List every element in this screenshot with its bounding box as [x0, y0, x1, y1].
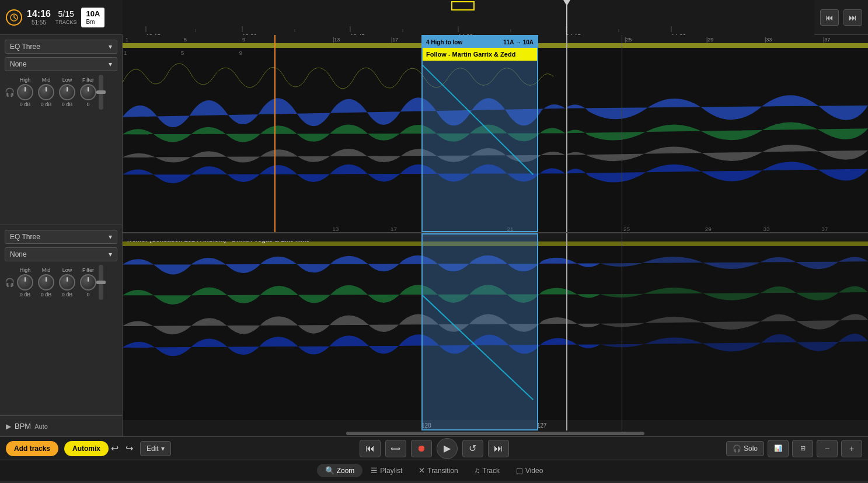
- mode-track[interactable]: ♫ Track: [466, 464, 508, 477]
- track1-filter-label: None: [10, 60, 27, 68]
- redo-button[interactable]: ↪: [126, 443, 133, 454]
- track1-low-value: 0 dB: [62, 102, 73, 107]
- track1-transition-title: Follow - Martin Garrix & Zedd: [423, 48, 537, 61]
- svg-text:13: 13: [332, 226, 339, 232]
- grid-btn[interactable]: ⊞: [792, 440, 813, 457]
- undo-button[interactable]: ↩: [111, 443, 118, 454]
- crossfader-btn[interactable]: ⟺: [385, 440, 406, 457]
- track2-filter-select[interactable]: None ▾: [5, 247, 117, 261]
- svg-text:|29: |29: [706, 37, 713, 43]
- track2-mid-knob[interactable]: [38, 274, 54, 290]
- track2-filter-chevron: ▾: [109, 250, 112, 258]
- bpm-icon: [6, 9, 22, 26]
- track2-beat-end: 127: [537, 422, 547, 429]
- track1-track-title: Follow - Martin Garrix & Zedd: [426, 51, 515, 58]
- record-btn[interactable]: ⏺: [411, 440, 432, 457]
- track1-filter-knob-group: Filter 0: [80, 77, 96, 107]
- bpm-label: BPM: [15, 422, 31, 430]
- track2-controls: EQ Three ▾ None ▾ 🎧 High 0 dB Mid: [0, 225, 122, 415]
- skip-fwd-btn[interactable]: ⏭: [843, 9, 862, 26]
- track2-transition-overlay[interactable]: [421, 233, 538, 430]
- playhead-tip: [563, 0, 570, 6]
- track2-low-value: 0 dB: [62, 292, 73, 298]
- track2-headphone-icon[interactable]: 🎧: [5, 278, 15, 287]
- svg-text:29: 29: [705, 226, 712, 232]
- track1-filter-select[interactable]: None ▾: [5, 57, 117, 71]
- skip-to-start-btn[interactable]: ⏮: [360, 440, 381, 457]
- elapsed-time: 51:55: [27, 19, 51, 26]
- current-time: 14:16: [27, 8, 51, 19]
- play-btn[interactable]: ▶: [437, 438, 458, 459]
- track1-transition-overlay[interactable]: 4 High to low 11A → 10A Follow - Martin …: [421, 35, 538, 232]
- track1-row: 1 5 9: [123, 35, 868, 232]
- waveform-btn[interactable]: 📊: [768, 440, 789, 457]
- track1-eq-chevron: ▾: [109, 43, 112, 51]
- tracks-scrollbar[interactable]: [123, 430, 868, 436]
- tracks-badge: 5/15 TRACKS: [55, 9, 77, 26]
- zoom-in-btn[interactable]: +: [841, 440, 862, 457]
- track1-fader[interactable]: [99, 75, 103, 110]
- track1-eq-select[interactable]: EQ Three ▾: [5, 40, 117, 54]
- skip-back-btn[interactable]: ⏮: [820, 9, 839, 26]
- track1-high-knob[interactable]: [17, 84, 33, 100]
- svg-text:5: 5: [181, 50, 184, 56]
- video-icon: ▢: [516, 466, 523, 475]
- bpm-expand-arrow[interactable]: ▶: [6, 422, 11, 430]
- skip-to-end-btn[interactable]: ⏭: [488, 440, 509, 457]
- transition-label: Transition: [427, 467, 458, 475]
- edit-button[interactable]: Edit ▾: [140, 441, 171, 456]
- track1-start-marker: [274, 35, 276, 232]
- track1-headphone-icon[interactable]: 🎧: [5, 88, 15, 97]
- transport-controls: ⏮ ⟺ ⏺ ▶ ↺ ⏭: [360, 438, 509, 459]
- track1-transition-label: 4 High to low: [426, 39, 462, 46]
- track2-high-knob-group: High 0 dB: [17, 267, 33, 298]
- svg-line-2: [14, 18, 16, 19]
- mode-playlist[interactable]: ☰ Playlist: [362, 464, 410, 477]
- top-bar: 14:16 51:55 5/15 TRACKS 10A Bm 13:15 13:…: [0, 0, 868, 35]
- zoom-icon: 🔍: [325, 466, 334, 475]
- track2-mid-value: 0 dB: [41, 292, 52, 298]
- track1-filter-knob[interactable]: [80, 84, 96, 100]
- edit-label: Edit: [147, 444, 159, 453]
- svg-text:5: 5: [184, 37, 187, 43]
- main-area: EQ Three ▾ None ▾ 🎧 High 0 dB Mid: [0, 35, 868, 436]
- key-badge: 10A Bm: [81, 8, 104, 27]
- mode-video[interactable]: ▢ Video: [508, 464, 551, 477]
- track1-mid-knob[interactable]: [38, 84, 54, 100]
- svg-text:|17: |17: [391, 37, 398, 43]
- track2-low-label: Low: [62, 267, 72, 273]
- solo-button[interactable]: 🎧 Solo: [726, 441, 764, 456]
- track2-low-knob[interactable]: [59, 274, 75, 290]
- svg-text:33: 33: [763, 226, 770, 232]
- track1-transition-key: 11A → 10A: [503, 39, 534, 46]
- track1-low-knob[interactable]: [59, 84, 75, 100]
- track1-mid-value: 0 dB: [41, 102, 52, 107]
- playlist-label: Playlist: [380, 467, 402, 475]
- svg-text:1: 1: [126, 37, 128, 43]
- loop-btn[interactable]: ↺: [462, 440, 483, 457]
- playhead-ruler: [566, 0, 567, 35]
- track2-filter-knob[interactable]: [80, 274, 96, 290]
- track1-high-knob-group: High 0 dB: [17, 77, 33, 107]
- zoom-label: Zoom: [337, 467, 355, 475]
- track2-fader-thumb: [96, 281, 106, 284]
- svg-text:17: 17: [391, 226, 398, 232]
- zoom-marker[interactable]: [451, 1, 475, 10]
- track1-eq-label: EQ Three: [10, 43, 40, 51]
- scroll-thumb[interactable]: [346, 432, 644, 435]
- track1-sep1: [622, 35, 622, 232]
- track1-filter-value: 0: [86, 102, 89, 107]
- track1-filter-chevron: ▾: [109, 60, 112, 68]
- automix-button[interactable]: Automix: [64, 441, 109, 456]
- track1-mid-label: Mid: [42, 77, 51, 83]
- zoom-out-btn[interactable]: −: [817, 440, 838, 457]
- top-bar-left: 14:16 51:55 5/15 TRACKS 10A Bm: [0, 8, 123, 27]
- mode-zoom[interactable]: 🔍 Zoom: [317, 464, 363, 477]
- track2-eq-label: EQ Three: [10, 233, 40, 241]
- track2-filter-label2: Filter: [82, 267, 94, 273]
- track2-eq-select[interactable]: EQ Three ▾: [5, 230, 117, 244]
- mode-transition[interactable]: ✕ Transition: [410, 464, 466, 477]
- add-tracks-button[interactable]: Add tracks: [6, 441, 58, 456]
- track2-fader[interactable]: [99, 265, 103, 300]
- track2-high-knob[interactable]: [17, 274, 33, 290]
